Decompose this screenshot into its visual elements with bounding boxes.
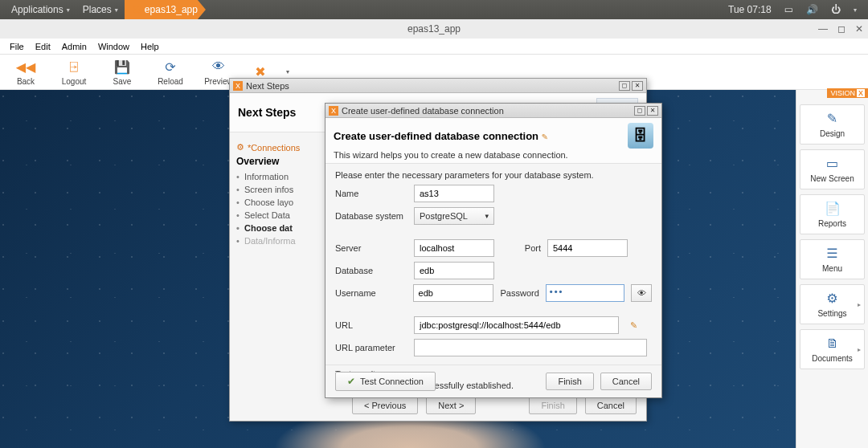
previous-button[interactable]: < Previous	[352, 397, 418, 414]
app-menubar: File Edit Admin Window Help	[0, 39, 868, 55]
urlparam-input[interactable]	[414, 339, 647, 356]
design-icon: ✎	[827, 111, 837, 126]
menu-icon: ☰	[826, 246, 837, 261]
gear-icon: ⚙	[236, 142, 244, 153]
dialog-x-icon: X	[233, 81, 243, 91]
port-input[interactable]	[547, 239, 628, 257]
back-icon: ◀◀	[17, 58, 35, 75]
chevron-down-icon: ▾	[485, 212, 489, 220]
dock-brand-tag: VISIONX	[827, 88, 868, 98]
port-label: Port	[501, 243, 541, 253]
dbsystem-select[interactable]: PostgreSQL▾	[414, 207, 494, 225]
right-dock: VISIONX ✎Design ▭New Screen 📄Reports ☰Me…	[796, 90, 868, 448]
clock: Tue 07:18	[722, 4, 778, 15]
username-input[interactable]	[413, 284, 493, 302]
cancel-button[interactable]: Cancel	[600, 373, 652, 390]
reports-icon: 📄	[825, 201, 841, 216]
window-minimize-button[interactable]: —	[818, 23, 828, 35]
dbsystem-label: Database system	[335, 211, 407, 221]
display-icon[interactable]: ▭	[778, 4, 800, 15]
db-heading: Create user-defined database connection	[334, 130, 538, 142]
database-input[interactable]	[414, 262, 494, 279]
window-maximize-button[interactable]: ◻	[837, 23, 845, 35]
url-input[interactable]	[414, 316, 619, 334]
db-dialog-maximize-button[interactable]: ◻	[634, 106, 645, 116]
places-menu[interactable]: Places ▾	[76, 4, 125, 15]
reload-button[interactable]: ⟳Reload	[154, 58, 186, 86]
urlparam-label: URL parameter	[335, 343, 407, 352]
wiz1-cancel-button[interactable]: Cancel	[585, 397, 637, 414]
dialog-x-icon: X	[329, 106, 338, 116]
menu-window[interactable]: Window	[93, 40, 134, 53]
app-title: epas13_app	[407, 23, 461, 35]
menu-help[interactable]: Help	[136, 40, 164, 53]
name-input[interactable]	[414, 185, 494, 202]
pencil-icon: ✎	[542, 132, 548, 141]
logout-icon: ⍈	[65, 58, 83, 75]
menu-admin[interactable]: Admin	[57, 40, 92, 53]
reload-icon: ⟳	[162, 58, 179, 75]
dock-new-screen[interactable]: ▭New Screen	[800, 149, 865, 189]
preview-icon: 👁	[210, 58, 227, 75]
check-icon: ✔	[347, 376, 355, 387]
show-password-button[interactable]: 👁	[631, 284, 652, 302]
back-button[interactable]: ◀◀Back	[10, 58, 42, 86]
db-dialog-close-button[interactable]: ✕	[647, 106, 658, 116]
window-close-button[interactable]: ✕	[855, 23, 863, 35]
name-label: Name	[335, 189, 407, 198]
dock-documents[interactable]: 🗎Documents	[800, 329, 865, 369]
app-x-icon: ✖	[133, 3, 142, 16]
wiz1-finish-button: Finish	[529, 397, 576, 414]
save-icon: 💾	[113, 58, 131, 75]
password-input[interactable]: •••	[546, 284, 625, 302]
db-dialog-title: Create user-defined database connection	[342, 106, 504, 116]
dock-reports[interactable]: 📄Reports	[800, 194, 865, 234]
password-label: Password	[500, 288, 539, 298]
gnome-top-bar: Applications ▾ Places ▾ ✖ epas13_app Tue…	[0, 0, 868, 19]
url-label: URL	[335, 320, 407, 330]
test-connection-button[interactable]: ✔ Test Connection	[335, 372, 436, 391]
database-icon: 🗄	[628, 123, 653, 149]
next-steps-title: Next Steps	[246, 81, 289, 91]
toolbar-overflow-arrow[interactable]: ▾	[286, 68, 289, 75]
next-steps-titlebar[interactable]: X Next Steps ◻ ✕	[230, 79, 646, 93]
settings-icon: ⚙	[826, 291, 837, 306]
edit-url-icon[interactable]: ✎	[630, 320, 637, 331]
db-subtitle: This wizard helps you to create a new da…	[334, 150, 653, 160]
dialog-close-button[interactable]: ✕	[632, 81, 643, 91]
user-menu-arrow[interactable]: ▾	[847, 6, 863, 14]
power-icon[interactable]: ⏻	[825, 4, 847, 15]
finish-button[interactable]: Finish	[546, 373, 593, 390]
step-data-information: Data/Informa	[236, 234, 328, 247]
eye-icon: 👁	[637, 288, 646, 298]
documents-icon: 🗎	[826, 336, 839, 351]
step-choose-layout[interactable]: Choose layo	[236, 196, 328, 209]
connections-accordion[interactable]: ⚙*Connections	[236, 142, 328, 153]
dock-settings[interactable]: ⚙Settings	[800, 284, 865, 324]
wizard-side-nav: ⚙*Connections Overview Information Scree…	[230, 132, 334, 402]
menu-edit[interactable]: Edit	[31, 40, 55, 53]
dock-design[interactable]: ✎Design	[800, 104, 865, 145]
new-screen-icon: ▭	[826, 156, 838, 171]
username-label: Username	[335, 288, 407, 298]
volume-icon[interactable]: 🔊	[800, 4, 825, 15]
app-titlebar: epas13_app — ◻ ✕	[0, 19, 868, 39]
step-choose-data[interactable]: Choose dat	[236, 222, 328, 234]
dialog-maximize-button[interactable]: ◻	[619, 81, 630, 91]
step-select-data[interactable]: Select Data	[236, 209, 328, 222]
logout-button[interactable]: ⍈Logout	[58, 58, 90, 86]
step-information[interactable]: Information	[236, 170, 328, 183]
overview-heading: Overview	[236, 156, 328, 167]
dock-menu[interactable]: ☰Menu	[800, 239, 865, 279]
database-label: Database	[335, 266, 407, 275]
server-input[interactable]	[414, 239, 494, 257]
next-button[interactable]: Next >	[426, 397, 476, 414]
next-steps-heading: Next Steps	[238, 106, 296, 119]
save-button[interactable]: 💾Save	[106, 58, 138, 86]
taskbar-active-app[interactable]: ✖ epas13_app	[125, 0, 206, 19]
db-connection-dialog: X Create user-defined database connectio…	[325, 103, 662, 398]
menu-file[interactable]: File	[5, 40, 29, 53]
applications-menu[interactable]: Applications ▾	[5, 4, 76, 15]
step-screen-infos[interactable]: Screen infos	[236, 183, 328, 196]
db-dialog-titlebar[interactable]: X Create user-defined database connectio…	[326, 104, 661, 118]
